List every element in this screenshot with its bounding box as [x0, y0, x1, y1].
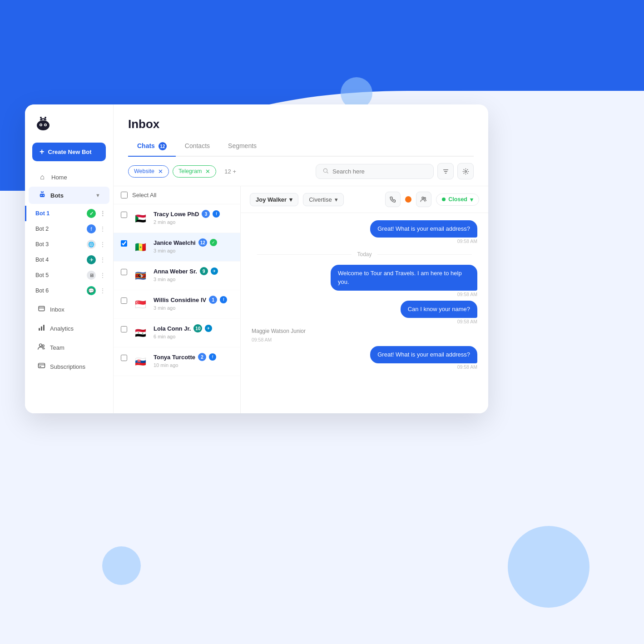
chat-info: Willis Considine IV 1 f 3 min ago — [154, 296, 233, 311]
create-new-bot-button[interactable]: Create New Bot — [32, 143, 106, 161]
facebook-platform-icon: f — [220, 296, 227, 303]
bot-item-2[interactable]: Bot 2 f ⋮ — [25, 221, 113, 237]
chat-checkbox-3[interactable] — [121, 269, 127, 275]
avatar: 🇸🇰 — [132, 353, 149, 370]
filter-telegram[interactable]: Telegram ✕ — [173, 165, 216, 178]
chat-time: 10 min ago — [154, 362, 233, 368]
bot-menu-2[interactable]: ⋮ — [98, 224, 108, 233]
sidebar-item-bots[interactable]: Bots ▼ — [29, 187, 109, 204]
chat-contact-name: Willis Considine IV — [154, 297, 206, 303]
sidebar-item-subscriptions[interactable]: Subscriptions — [29, 357, 109, 376]
chat-checkbox-6[interactable] — [121, 355, 127, 361]
received-sender-name: Maggie Watson Junior — [252, 328, 306, 334]
chat-checkbox-1[interactable] — [121, 212, 127, 218]
chat-item[interactable]: 🇸🇬 Willis Considine IV 1 f 3 min ago — [114, 290, 240, 319]
message-time: 09:58 AM — [457, 319, 477, 324]
message-time: 09:58 AM — [457, 238, 477, 244]
bot-item-1[interactable]: Bot 1 ✓ ⋮ — [25, 206, 113, 221]
orange-indicator — [405, 196, 411, 203]
settings-button[interactable] — [457, 163, 474, 179]
tab-segments[interactable]: Segments — [219, 139, 266, 156]
svg-point-7 — [40, 117, 42, 119]
chat-info: Tracy Lowe PhD 3 f 2 min ago — [154, 210, 233, 225]
chat-checkbox-5[interactable] — [121, 326, 127, 332]
tab-contacts[interactable]: Contacts — [176, 139, 219, 156]
status-badge[interactable]: Closed ▾ — [436, 193, 479, 206]
svg-rect-9 — [40, 194, 45, 198]
chat-info: Anna Weber Sr. 9 ✈ 3 min ago — [154, 267, 233, 282]
phone-button[interactable] — [385, 192, 401, 207]
facebook-icon: f — [87, 224, 96, 233]
svg-point-20 — [40, 344, 42, 347]
dot-bottom-left — [102, 546, 141, 585]
filter-button[interactable] — [437, 163, 454, 179]
select-all-checkbox[interactable] — [121, 192, 128, 198]
bot-name-6: Bot 6 — [35, 287, 87, 294]
team-icon — [38, 343, 45, 352]
sidebar-item-team[interactable]: Team — [29, 338, 109, 357]
filter-more[interactable]: 12 + — [220, 166, 241, 177]
chat-name-row: Anna Weber Sr. 9 ✈ — [154, 267, 233, 275]
chat-item[interactable]: 🇸🇳 Janice Waelchi 12 ✓ 3 min ago — [114, 233, 240, 262]
chat-time: 6 min ago — [154, 334, 233, 339]
chat-source-dropdown[interactable]: Civertise ▾ — [303, 193, 344, 206]
sidebar-item-analytics[interactable]: Analytics — [29, 319, 109, 337]
sidebar: Create New Bot ⌂ Home Bots — [25, 104, 114, 413]
message-group: Great! What is your email address? 09:58… — [252, 346, 477, 370]
telegram-platform-icon: ✈ — [211, 268, 218, 275]
filter-telegram-close[interactable]: ✕ — [205, 168, 210, 175]
message-bubble: Can I know your name? — [401, 301, 477, 318]
svg-point-10 — [41, 195, 42, 196]
bot-menu-3[interactable]: ⋮ — [98, 240, 108, 249]
contact-dropdown-icon: ▾ — [289, 196, 292, 203]
status-dropdown-icon: ▾ — [470, 196, 473, 203]
chat-item[interactable]: 🇸🇩 Tracy Lowe PhD 3 f 2 min ago — [114, 204, 240, 233]
bot-name-3: Bot 3 — [35, 241, 87, 248]
avatar: 🇸🇳 — [132, 238, 149, 256]
bot-item-4[interactable]: Bot 4 ✈ ⋮ — [25, 252, 113, 268]
status-label: Closed — [448, 196, 467, 203]
sidebar-item-inbox[interactable]: Inbox — [29, 300, 109, 318]
bot-item-6[interactable]: Bot 6 💬 ⋮ — [25, 283, 113, 298]
bot-name-4: Bot 4 — [35, 257, 87, 263]
bot-menu-4[interactable]: ⋮ — [98, 255, 108, 264]
svg-point-14 — [41, 191, 42, 192]
search-input[interactable] — [332, 168, 427, 175]
filter-website[interactable]: Website ✕ — [128, 165, 169, 178]
svg-rect-22 — [38, 363, 45, 368]
chat-count-badge: 1 — [209, 296, 217, 304]
message-group: Welcome to Tour and Travels. I am here t… — [252, 265, 477, 297]
bot-item-3[interactable]: Bot 3 🌐 ⋮ — [25, 237, 113, 252]
message-group: Can I know your name? 09:58 AM — [252, 301, 477, 324]
bot-item-5[interactable]: Bot 5 🖥 ⋮ — [25, 268, 113, 283]
tab-segments-label: Segments — [228, 142, 257, 149]
bot-name-1: Bot 1 — [35, 210, 87, 217]
sidebar-item-home[interactable]: ⌂ Home — [29, 168, 109, 186]
team-button[interactable] — [416, 192, 431, 207]
filter-website-close[interactable]: ✕ — [158, 168, 163, 175]
svg-point-4 — [45, 124, 46, 126]
bot-menu-6[interactable]: ⋮ — [98, 286, 108, 295]
chat-area: Select All 🇸🇩 Tracy Lowe PhD 3 f 2 — [114, 186, 488, 413]
message-time: 09:58 AM — [252, 337, 272, 342]
chat-contact-name-label: Joy Walker — [256, 196, 287, 203]
chat-item[interactable]: 🇸🇰 Tonya Turcotte 2 f 10 min ago — [114, 347, 240, 376]
chat-checkbox-4[interactable] — [121, 297, 127, 304]
home-icon: ⌂ — [38, 173, 47, 181]
svg-point-26 — [424, 198, 426, 199]
message-bubble: Great! What is your email address? — [370, 346, 477, 363]
chat-contact-name-dropdown[interactable]: Joy Walker ▾ — [250, 193, 298, 206]
chat-contact-name: Tracy Lowe PhD — [154, 211, 199, 218]
bot-menu-1[interactable]: ⋮ — [98, 209, 108, 218]
chat-checkbox-2[interactable] — [121, 240, 127, 247]
chat-item[interactable]: 🇸🇾 Lola Conn Jr. 10 ✈ 6 min ago — [114, 319, 240, 347]
chat-name-row: Lola Conn Jr. 10 ✈ — [154, 324, 233, 332]
chat-item[interactable]: 🇸🇿 Anna Weber Sr. 9 ✈ 3 min ago — [114, 262, 240, 290]
avatar: 🇸🇿 — [132, 267, 149, 284]
chat-contact-name: Anna Weber Sr. — [154, 268, 197, 275]
whatsapp-platform-icon: ✓ — [210, 239, 217, 246]
bot-menu-5[interactable]: ⋮ — [98, 271, 108, 280]
whatsapp-icon: ✓ — [87, 209, 96, 218]
tab-chats[interactable]: Chats 12 — [128, 139, 176, 156]
chat-window-header: Joy Walker ▾ Civertise ▾ — [241, 186, 488, 213]
